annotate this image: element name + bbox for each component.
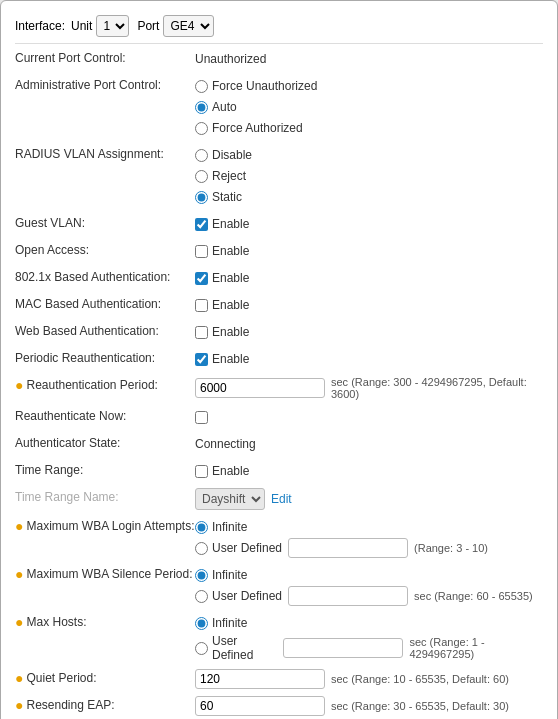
reauth-now-value bbox=[195, 407, 543, 428]
interface-row: Interface: Unit 1 Port GE4 bbox=[15, 11, 543, 41]
mac-auth-label: MAC Based Authentication: bbox=[15, 295, 195, 311]
reauth-period-range: sec (Range: 300 - 4294967295, Default: 3… bbox=[331, 376, 543, 400]
web-auth-check-label: Enable bbox=[212, 325, 249, 339]
reauth-period-label: ● Reauthentication Period: bbox=[15, 376, 195, 392]
current-port-control-value: Unauthorized bbox=[195, 49, 543, 70]
admin-radio-force-authorized[interactable] bbox=[195, 122, 208, 135]
quiet-period-value: sec (Range: 10 - 65535, Default: 60) bbox=[195, 669, 543, 690]
reauth-period-value: sec (Range: 300 - 4294967295, Default: 3… bbox=[195, 376, 543, 401]
max-wba-silence-label-infinite: Infinite bbox=[212, 568, 247, 582]
auth-state-label: Authenticator State: bbox=[15, 434, 195, 450]
admin-radio-force-unauthorized[interactable] bbox=[195, 80, 208, 93]
radius-label-disable: Disable bbox=[212, 148, 252, 162]
max-hosts-dot: ● bbox=[15, 615, 23, 629]
reauth-now-label: Reauthenticate Now: bbox=[15, 407, 195, 423]
current-port-control-row: Current Port Control: Unauthorized bbox=[15, 46, 543, 73]
reauth-period-input[interactable] bbox=[195, 378, 325, 398]
time-range-checkbox[interactable] bbox=[195, 465, 208, 478]
periodic-reauth-value: Enable bbox=[195, 349, 543, 370]
max-wba-silence-options: Infinite User Defined sec (Range: 60 - 6… bbox=[195, 565, 543, 607]
periodic-reauth-check-label: Enable bbox=[212, 352, 249, 366]
max-wba-silence-dot: ● bbox=[15, 567, 23, 581]
dot1x-auth-value: Enable bbox=[195, 268, 543, 289]
time-range-edit-link[interactable]: Edit bbox=[271, 492, 292, 506]
max-wba-silence-radio-infinite[interactable] bbox=[195, 569, 208, 582]
periodic-reauth-checkbox[interactable] bbox=[195, 353, 208, 366]
radius-option-disable: Disable bbox=[195, 145, 543, 165]
quiet-period-input[interactable] bbox=[195, 669, 325, 689]
max-wba-silence-input[interactable] bbox=[288, 586, 408, 606]
web-auth-value: Enable bbox=[195, 322, 543, 343]
max-hosts-label: ● Max Hosts: bbox=[15, 613, 195, 629]
max-wba-login-radio-infinite[interactable] bbox=[195, 521, 208, 534]
radius-option-reject: Reject bbox=[195, 166, 543, 186]
max-wba-login-label: ● Maximum WBA Login Attempts: bbox=[15, 517, 195, 533]
radius-radio-disable[interactable] bbox=[195, 149, 208, 162]
max-wba-login-dot: ● bbox=[15, 519, 23, 533]
dot1x-auth-checkbox[interactable] bbox=[195, 272, 208, 285]
quiet-period-label: ● Quiet Period: bbox=[15, 669, 195, 685]
time-range-name-select[interactable]: Dayshift bbox=[195, 488, 265, 510]
unit-select[interactable]: 1 bbox=[96, 15, 129, 37]
content-area: Interface: Unit 1 Port GE4 Current Port … bbox=[1, 1, 557, 719]
radius-option-static: Static bbox=[195, 187, 543, 207]
max-wba-login-label-user-defined: User Defined bbox=[212, 541, 282, 555]
max-hosts-radio-user-defined[interactable] bbox=[195, 642, 208, 655]
quiet-period-dot: ● bbox=[15, 671, 23, 685]
web-auth-row: Web Based Authentication: Enable bbox=[15, 319, 543, 346]
max-wba-silence-radio-user-defined[interactable] bbox=[195, 590, 208, 603]
quiet-period-range: sec (Range: 10 - 65535, Default: 60) bbox=[331, 673, 509, 685]
max-hosts-row: ● Max Hosts: Infinite User Defined sec (… bbox=[15, 610, 543, 666]
max-wba-silence-label: ● Maximum WBA Silence Period: bbox=[15, 565, 195, 581]
resending-eap-row: ● Resending EAP: sec (Range: 30 - 65535,… bbox=[15, 693, 543, 719]
max-wba-login-label-infinite: Infinite bbox=[212, 520, 247, 534]
radius-vlan-row: RADIUS VLAN Assignment: Disable Reject S… bbox=[15, 142, 543, 211]
max-wba-login-input[interactable] bbox=[288, 538, 408, 558]
guest-vlan-checkbox[interactable] bbox=[195, 218, 208, 231]
radius-vlan-options: Disable Reject Static bbox=[195, 145, 543, 208]
radius-label-reject: Reject bbox=[212, 169, 246, 183]
time-range-row: Time Range: Enable bbox=[15, 458, 543, 485]
time-range-name-value: Dayshift Edit bbox=[195, 488, 543, 511]
radius-label-static: Static bbox=[212, 190, 242, 204]
admin-option-auto: Auto bbox=[195, 97, 543, 117]
mac-auth-checkbox[interactable] bbox=[195, 299, 208, 312]
max-wba-login-radio-user-defined[interactable] bbox=[195, 542, 208, 555]
web-auth-checkbox[interactable] bbox=[195, 326, 208, 339]
radius-radio-reject[interactable] bbox=[195, 170, 208, 183]
mac-auth-row: MAC Based Authentication: Enable bbox=[15, 292, 543, 319]
reauth-now-checkbox[interactable] bbox=[195, 411, 208, 424]
admin-label-auto: Auto bbox=[212, 100, 237, 114]
admin-option-force-unauthorized: Force Unauthorized bbox=[195, 76, 543, 96]
radius-radio-static[interactable] bbox=[195, 191, 208, 204]
max-hosts-radio-infinite[interactable] bbox=[195, 617, 208, 630]
open-access-check-label: Enable bbox=[212, 244, 249, 258]
time-range-name-row: Time Range Name: Dayshift Edit bbox=[15, 485, 543, 514]
auth-state-text: Connecting bbox=[195, 437, 256, 451]
admin-port-control-row: Administrative Port Control: Force Unaut… bbox=[15, 73, 543, 142]
resending-eap-input[interactable] bbox=[195, 696, 325, 716]
max-hosts-label-user-defined: User Defined bbox=[212, 634, 277, 662]
reauth-now-row: Reauthenticate Now: bbox=[15, 404, 543, 431]
admin-port-control-options: Force Unauthorized Auto Force Authorized bbox=[195, 76, 543, 139]
unit-label: Unit bbox=[71, 19, 92, 33]
port-label: Port bbox=[137, 19, 159, 33]
open-access-row: Open Access: Enable bbox=[15, 238, 543, 265]
quiet-period-row: ● Quiet Period: sec (Range: 10 - 65535, … bbox=[15, 666, 543, 693]
max-hosts-input[interactable] bbox=[283, 638, 403, 658]
time-range-check-label: Enable bbox=[212, 464, 249, 478]
max-hosts-range: sec (Range: 1 - 4294967295) bbox=[409, 636, 543, 660]
open-access-checkbox[interactable] bbox=[195, 245, 208, 258]
admin-label-force-authorized: Force Authorized bbox=[212, 121, 303, 135]
time-range-name-label: Time Range Name: bbox=[15, 488, 195, 504]
port-select[interactable]: GE4 bbox=[163, 15, 214, 37]
admin-radio-auto[interactable] bbox=[195, 101, 208, 114]
periodic-reauth-row: Periodic Reauthentication: Enable bbox=[15, 346, 543, 373]
max-hosts-label-infinite: Infinite bbox=[212, 616, 247, 630]
current-port-control-label: Current Port Control: bbox=[15, 49, 195, 65]
guest-vlan-label: Guest VLAN: bbox=[15, 214, 195, 230]
guest-vlan-value: Enable bbox=[195, 214, 543, 235]
max-wba-silence-range: sec (Range: 60 - 65535) bbox=[414, 590, 533, 602]
time-range-label: Time Range: bbox=[15, 461, 195, 477]
auth-state-row: Authenticator State: Connecting bbox=[15, 431, 543, 458]
